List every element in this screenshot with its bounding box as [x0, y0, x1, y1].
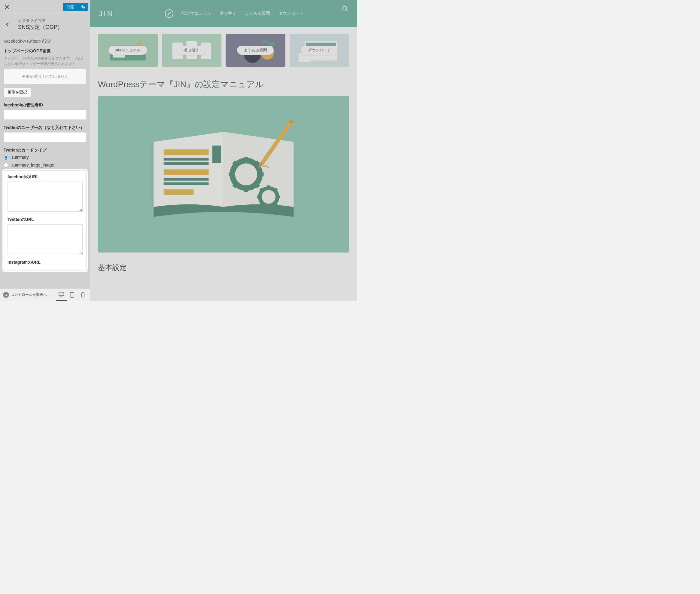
card-faq[interactable]: よくある質問: [225, 34, 285, 67]
device-tablet-button[interactable]: [67, 289, 77, 301]
svg-line-37: [275, 203, 277, 205]
section-heading: 基本設定: [90, 256, 357, 275]
svg-line-29: [234, 184, 236, 187]
device-mobile-button[interactable]: [77, 289, 88, 301]
svg-rect-2: [82, 293, 84, 297]
publish-button[interactable]: 公開: [63, 3, 78, 11]
site-preview: JIN 設定マニュアル 着せ替え よくある質問 ダウンロード JINマニュアル: [90, 0, 357, 301]
twitter-user-input[interactable]: [4, 132, 86, 142]
nav-item-manual[interactable]: 設定マニュアル: [182, 9, 211, 18]
card-label: ダウンロード: [301, 46, 338, 55]
svg-line-38: [260, 203, 262, 205]
card-label: よくある質問: [237, 46, 274, 55]
ogp-image-label: トップページのOGP画像: [4, 48, 86, 54]
device-desktop-button[interactable]: [56, 289, 67, 301]
nav-item-faq[interactable]: よくある質問: [245, 9, 270, 18]
svg-line-36: [260, 189, 262, 191]
collapse-controls-button[interactable]: ◂ コントロールを非表示: [0, 292, 56, 298]
card-type-option-summary[interactable]: summary: [4, 155, 86, 160]
card-type-option-large[interactable]: summary_large_image: [4, 163, 86, 167]
url-fields-group: facebookのURL TwitterのURL InstagramのURL: [4, 170, 86, 271]
tw-url-label: TwitterのURL: [7, 217, 82, 223]
customizer-sidebar: 公開 カスタマイズ中 SNS設定（OGP） FacebookやTwitterの設…: [0, 0, 90, 301]
nav-item-pen[interactable]: [165, 9, 173, 18]
svg-line-30: [256, 162, 258, 164]
select-image-button[interactable]: 画像を選択: [4, 88, 31, 97]
twitter-user-label: Twitterのユーザー名（@も入れて下さい）: [4, 125, 86, 130]
fb-admin-label: facebookの管理者ID: [4, 102, 86, 108]
close-button[interactable]: [0, 0, 14, 14]
svg-rect-0: [59, 292, 64, 296]
nav-item-download[interactable]: ダウンロード: [279, 9, 304, 18]
svg-rect-14: [164, 150, 209, 155]
svg-rect-19: [164, 183, 209, 185]
card-download[interactable]: ダウンロード: [290, 34, 349, 67]
site-header: JIN 設定マニュアル 着せ替え よくある質問 ダウンロード: [90, 0, 357, 27]
card-manual[interactable]: JINマニュアル: [98, 34, 158, 67]
card-label: JINマニュアル: [108, 46, 147, 55]
settings-gear-button[interactable]: [78, 3, 88, 11]
feature-cards-row: JINマニュアル 着せ替え よくある質問 ダウンロード: [90, 27, 357, 73]
svg-rect-15: [164, 158, 209, 161]
svg-line-39: [275, 189, 277, 191]
customizing-label: カスタマイズ中: [18, 18, 63, 24]
site-logo[interactable]: JIN: [99, 9, 114, 18]
sidebar-toolbar: 公開: [0, 0, 90, 14]
tw-url-input[interactable]: [7, 224, 82, 254]
back-button[interactable]: [0, 14, 14, 35]
pen-icon: [165, 9, 173, 18]
page-title: WordPressテーマ『JIN』の設定マニュアル: [90, 73, 357, 93]
nav-item-kisekae[interactable]: 着せ替え: [220, 9, 237, 18]
fb-admin-input[interactable]: [4, 110, 86, 120]
svg-rect-20: [164, 189, 194, 195]
ogp-image-help: トップページのOGP画像を設定できます。（設定しない場合はヘッダー画像が表示され…: [4, 56, 86, 66]
section-description: FacebookやTwitterの設定: [4, 39, 86, 44]
svg-rect-18: [164, 178, 209, 180]
fb-url-input[interactable]: [7, 182, 82, 211]
fb-url-label: facebookのURL: [7, 174, 82, 180]
panel-header: カスタマイズ中 SNS設定（OGP）: [0, 14, 90, 35]
card-label: 着せ替え: [177, 46, 206, 55]
svg-line-28: [256, 184, 258, 187]
hero-illustration: [98, 96, 349, 253]
svg-rect-17: [164, 169, 209, 175]
radio-summary[interactable]: [4, 155, 8, 160]
svg-rect-16: [164, 162, 209, 165]
panel-title: SNS設定（OGP）: [18, 24, 63, 31]
ig-url-label: InstagramのURL: [7, 260, 82, 265]
card-type-label: Twitterのカードタイプ: [4, 147, 86, 153]
svg-rect-1: [70, 293, 74, 297]
ogp-image-placeholder: 画像が選択されていません: [4, 69, 86, 85]
search-icon[interactable]: [342, 5, 349, 13]
card-kisekae[interactable]: 着せ替え: [162, 34, 222, 67]
collapse-icon: ◂: [3, 292, 9, 298]
sidebar-footer: ◂ コントロールを非表示: [0, 289, 90, 301]
svg-rect-21: [212, 145, 221, 163]
svg-line-27: [234, 162, 236, 164]
svg-point-3: [343, 6, 347, 10]
radio-summary-large[interactable]: [4, 163, 8, 167]
